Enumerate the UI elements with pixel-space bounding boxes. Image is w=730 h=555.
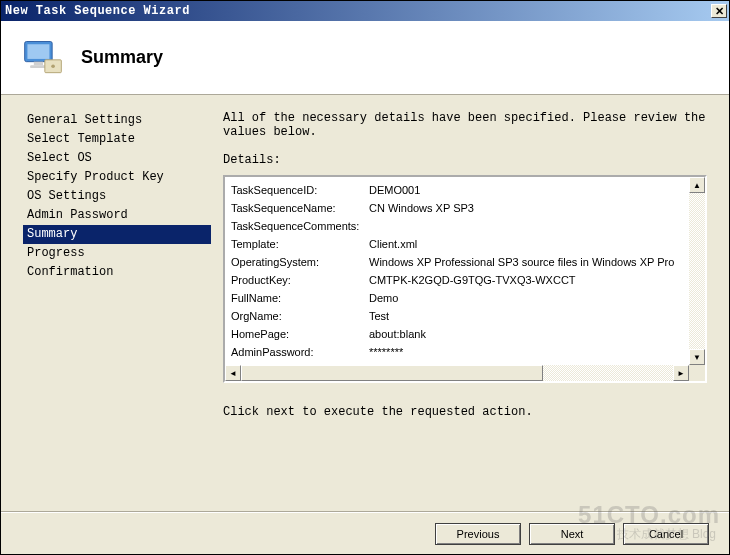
sidebar-item-progress[interactable]: Progress [23, 244, 211, 263]
cancel-button[interactable]: Cancel [623, 523, 709, 545]
scroll-right-button[interactable]: ► [673, 365, 689, 381]
close-button[interactable]: ✕ [711, 4, 727, 18]
footer-instruction: Click next to execute the requested acti… [223, 405, 707, 419]
detail-label: FullName: [231, 289, 369, 307]
detail-value: CN Windows XP SP3 [369, 199, 474, 217]
page-title: Summary [81, 47, 163, 68]
wizard-header: Summary [1, 21, 729, 95]
detail-value: ******** [369, 343, 403, 361]
sidebar-item-select-template[interactable]: Select Template [23, 130, 211, 149]
detail-row[interactable]: HomePage:about:blank [231, 325, 683, 343]
detail-value: CMTPK-K2GQD-G9TQG-TVXQ3-WXCCT [369, 271, 576, 289]
sidebar-item-summary[interactable]: Summary [23, 225, 211, 244]
detail-value: Windows XP Professional SP3 source files… [369, 253, 674, 271]
detail-row[interactable]: OperatingSystem:Windows XP Professional … [231, 253, 683, 271]
scroll-up-button[interactable]: ▲ [689, 177, 705, 193]
detail-row[interactable]: OrgName:Test [231, 307, 683, 325]
svg-point-5 [51, 64, 55, 68]
detail-row[interactable]: TaskSequenceName:CN Windows XP SP3 [231, 199, 683, 217]
detail-value: Demo [369, 289, 398, 307]
detail-label: TaskSequenceComments: [231, 217, 369, 235]
detail-value: Test [369, 307, 389, 325]
svg-rect-1 [27, 44, 49, 59]
svg-rect-3 [30, 65, 46, 68]
detail-row[interactable]: ProductKey:CMTPK-K2GQD-G9TQG-TVXQ3-WXCCT [231, 271, 683, 289]
detail-row[interactable]: TaskSequenceID:DEMO001 [231, 181, 683, 199]
detail-row[interactable]: AdminPassword:******** [231, 343, 683, 361]
detail-label: TaskSequenceName: [231, 199, 369, 217]
detail-label: OrgName: [231, 307, 369, 325]
details-label: Details: [223, 153, 707, 167]
scroll-left-button[interactable]: ◄ [225, 365, 241, 381]
sidebar-item-admin-password[interactable]: Admin Password [23, 206, 211, 225]
sidebar-item-general-settings[interactable]: General Settings [23, 111, 211, 130]
titlebar: New Task Sequence Wizard ✕ [1, 1, 729, 21]
monitor-icon [21, 36, 65, 80]
horizontal-scrollbar[interactable]: ◄ ► [225, 365, 689, 381]
detail-row[interactable]: FullName:Demo [231, 289, 683, 307]
scroll-track-vertical[interactable] [689, 193, 705, 349]
instruction-text: All of the necessary details have been s… [223, 111, 707, 139]
wizard-button-bar: Previous Next Cancel [1, 512, 729, 554]
detail-value: about:blank [369, 325, 426, 343]
next-button[interactable]: Next [529, 523, 615, 545]
wizard-sidebar: General SettingsSelect TemplateSelect OS… [1, 95, 211, 511]
detail-label: ProductKey: [231, 271, 369, 289]
detail-label: AdminPassword: [231, 343, 369, 361]
wizard-content: General SettingsSelect TemplateSelect OS… [1, 95, 729, 511]
window-title: New Task Sequence Wizard [5, 4, 190, 18]
scroll-track-horizontal[interactable] [241, 365, 673, 381]
svg-rect-2 [34, 61, 43, 65]
scroll-thumb-horizontal[interactable] [241, 365, 543, 381]
vertical-scrollbar[interactable]: ▲ ▼ [689, 177, 705, 365]
sidebar-item-select-os[interactable]: Select OS [23, 149, 211, 168]
detail-label: Template: [231, 235, 369, 253]
detail-row[interactable]: TaskSequenceComments: [231, 217, 683, 235]
detail-value: DEMO001 [369, 181, 420, 199]
sidebar-item-confirmation[interactable]: Confirmation [23, 263, 211, 282]
detail-row[interactable]: Template:Client.xml [231, 235, 683, 253]
main-panel: All of the necessary details have been s… [211, 95, 729, 511]
detail-label: HomePage: [231, 325, 369, 343]
detail-value: Client.xml [369, 235, 417, 253]
details-listbox[interactable]: TaskSequenceID:DEMO001TaskSequenceName:C… [223, 175, 707, 383]
sidebar-item-specify-product-key[interactable]: Specify Product Key [23, 168, 211, 187]
sidebar-item-os-settings[interactable]: OS Settings [23, 187, 211, 206]
scroll-corner [689, 365, 705, 381]
scroll-down-button[interactable]: ▼ [689, 349, 705, 365]
detail-label: TaskSequenceID: [231, 181, 369, 199]
detail-label: OperatingSystem: [231, 253, 369, 271]
previous-button[interactable]: Previous [435, 523, 521, 545]
